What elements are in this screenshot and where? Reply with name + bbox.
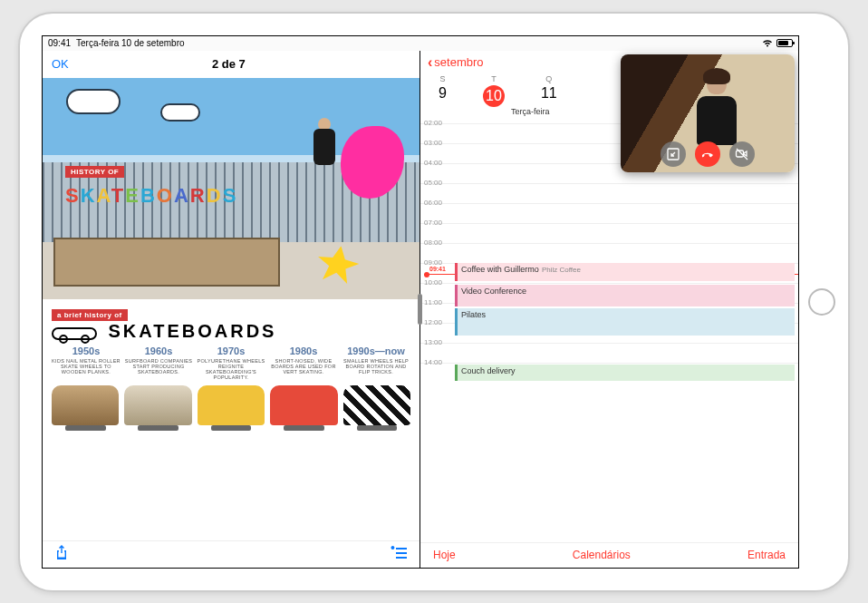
photos-app-pane: OK 2 de 7 HISTORY O bbox=[43, 51, 420, 568]
decades-row: 1950sKIDS NAIL METAL ROLLER SKATE WHEELS… bbox=[52, 345, 410, 380]
back-month-button[interactable]: setembro bbox=[434, 55, 483, 69]
calendar-event[interactable]: Couch delivery bbox=[455, 365, 795, 381]
decade-cell: 1980sSHORT-NOSED, WIDE BOARDS ARE USED F… bbox=[269, 345, 338, 380]
decade-desc: SURFBOARD COMPANIES START PRODUCING SKAT… bbox=[124, 358, 193, 374]
calendar-app-pane: ‹ setembro S9T10Q11Terça-feira 09:41 02:… bbox=[420, 51, 798, 568]
decade-year: 1950s bbox=[52, 345, 121, 356]
board-graphic bbox=[124, 385, 191, 425]
boards-row bbox=[52, 385, 410, 425]
hour-label: 03:00 bbox=[424, 139, 442, 147]
board-graphic bbox=[198, 385, 265, 425]
calendars-button[interactable]: Calendários bbox=[573, 549, 631, 561]
info-title: SKATEBOARDS bbox=[108, 321, 276, 341]
status-time: 09:41 bbox=[48, 38, 71, 48]
bench-graphic bbox=[53, 238, 280, 287]
hour-row: 07:00 bbox=[420, 223, 798, 243]
board-graphic bbox=[270, 385, 337, 425]
event-title: Coffee with Guillermo bbox=[461, 265, 539, 274]
pip-collapse-button[interactable] bbox=[661, 141, 686, 167]
board-graphic bbox=[343, 385, 410, 425]
skater-graphic bbox=[297, 118, 352, 190]
split-view: OK 2 de 7 HISTORY O bbox=[43, 51, 798, 568]
decade-desc: POLYURETHANE WHEELS REIGNITE SKATEBOARDI… bbox=[197, 358, 265, 380]
decade-year: 1960s bbox=[124, 345, 193, 356]
day-cell[interactable]: S9 bbox=[439, 74, 447, 102]
brief-badge: a brief history of bbox=[52, 309, 128, 321]
split-divider-handle[interactable] bbox=[418, 294, 422, 325]
board-graphic bbox=[52, 385, 119, 425]
status-bar: 09:41 Terça-feira 10 de setembro bbox=[43, 36, 798, 51]
hour-label: 02:00 bbox=[424, 119, 442, 127]
hero-title: SKATEBOARDS bbox=[65, 184, 237, 208]
list-icon[interactable] bbox=[392, 546, 407, 562]
calendar-toolbar: Hoje Calendários Entrada bbox=[420, 542, 798, 568]
home-button[interactable] bbox=[808, 288, 835, 316]
share-icon[interactable] bbox=[55, 545, 68, 563]
skateboard-icon bbox=[52, 327, 97, 340]
decade-cell: 1990s—nowSMALLER WHEELS HELP BOARD ROTAT… bbox=[342, 345, 410, 380]
infographic-panel: a brief history of SKATEBOARDS 1950sKIDS… bbox=[43, 299, 420, 540]
hour-label: 13:00 bbox=[424, 338, 442, 346]
decade-cell: 1950sKIDS NAIL METAL ROLLER SKATE WHEELS… bbox=[52, 345, 121, 380]
cloud-doodle bbox=[66, 89, 121, 114]
day-cell[interactable]: T10 bbox=[483, 74, 505, 107]
hour-row: 05:00 bbox=[420, 183, 798, 203]
decade-year: 1980s bbox=[269, 345, 338, 356]
battery-icon bbox=[776, 39, 793, 47]
selected-day-label: Terça-feira bbox=[511, 107, 550, 116]
photo-counter: 2 de 7 bbox=[69, 57, 389, 71]
day-cell[interactable]: Q11 bbox=[541, 74, 557, 102]
ipad-device-frame: 09:41 Terça-feira 10 de setembro OK 2 de… bbox=[18, 12, 850, 592]
decade-year: 1970s bbox=[197, 345, 265, 356]
facetime-caller bbox=[694, 71, 739, 152]
hour-label: 14:00 bbox=[424, 358, 442, 366]
photos-toolbar bbox=[43, 540, 420, 568]
facetime-controls bbox=[621, 141, 795, 167]
inbox-button[interactable]: Entrada bbox=[747, 549, 786, 561]
hour-label: 06:00 bbox=[424, 199, 442, 207]
ok-button[interactable]: OK bbox=[52, 57, 69, 71]
hour-row: 08:00 bbox=[420, 243, 798, 263]
decade-cell: 1960sSURFBOARD COMPANIES START PRODUCING… bbox=[124, 345, 193, 380]
event-title: Pilates bbox=[461, 310, 486, 319]
hero-badge: HISTORY OF bbox=[65, 166, 124, 178]
wifi-icon bbox=[762, 39, 773, 47]
yellow-star-graphic bbox=[314, 242, 362, 285]
screen: 09:41 Terça-feira 10 de setembro OK 2 de… bbox=[42, 35, 799, 569]
hour-label: 10:00 bbox=[424, 278, 442, 287]
decade-year: 1990s—now bbox=[342, 345, 410, 356]
hour-label: 07:00 bbox=[424, 219, 442, 227]
photos-header: OK 2 de 7 bbox=[43, 51, 420, 78]
end-call-button[interactable] bbox=[695, 141, 720, 167]
calendar-event[interactable]: Coffee with GuillermoPhilz Coffee bbox=[455, 263, 795, 281]
event-subtitle: Philz Coffee bbox=[542, 266, 581, 274]
calendar-event[interactable]: Pilates bbox=[455, 308, 795, 336]
decade-desc: SHORT-NOSED, WIDE BOARDS ARE USED FOR VE… bbox=[269, 358, 338, 374]
calendar-event[interactable]: Video Conference bbox=[455, 285, 795, 306]
hero-image: HISTORY OF SKATEBOARDS bbox=[43, 78, 420, 300]
chevron-left-icon[interactable]: ‹ bbox=[428, 54, 432, 71]
hour-row: 13:00 bbox=[420, 343, 798, 363]
hour-row: 06:00 bbox=[420, 203, 798, 223]
hour-label: 05:00 bbox=[424, 179, 442, 187]
cloud-doodle bbox=[160, 103, 200, 122]
today-button[interactable]: Hoje bbox=[433, 549, 456, 561]
decade-cell: 1970sPOLYURETHANE WHEELS REIGNITE SKATEB… bbox=[197, 345, 265, 380]
photo-viewer[interactable]: HISTORY OF SKATEBOARDS a brief history o… bbox=[43, 78, 420, 540]
calendar-grid[interactable]: 09:41 02:0003:0004:0005:0006:0007:0008:0… bbox=[420, 118, 798, 542]
facetime-pip[interactable] bbox=[621, 54, 795, 172]
hour-label: 11:00 bbox=[424, 298, 442, 306]
event-title: Video Conference bbox=[461, 287, 526, 296]
decade-desc: KIDS NAIL METAL ROLLER SKATE WHEELS TO W… bbox=[52, 358, 121, 374]
camera-off-button[interactable] bbox=[729, 141, 755, 167]
hour-label: 04:00 bbox=[424, 159, 442, 167]
status-date: Terça-feira 10 de setembro bbox=[76, 38, 185, 48]
hour-label: 12:00 bbox=[424, 318, 442, 326]
hour-label: 09:00 bbox=[424, 258, 442, 267]
event-title: Couch delivery bbox=[461, 366, 516, 375]
decade-desc: SMALLER WHEELS HELP BOARD ROTATION AND F… bbox=[342, 358, 410, 374]
hour-label: 08:00 bbox=[424, 238, 442, 247]
